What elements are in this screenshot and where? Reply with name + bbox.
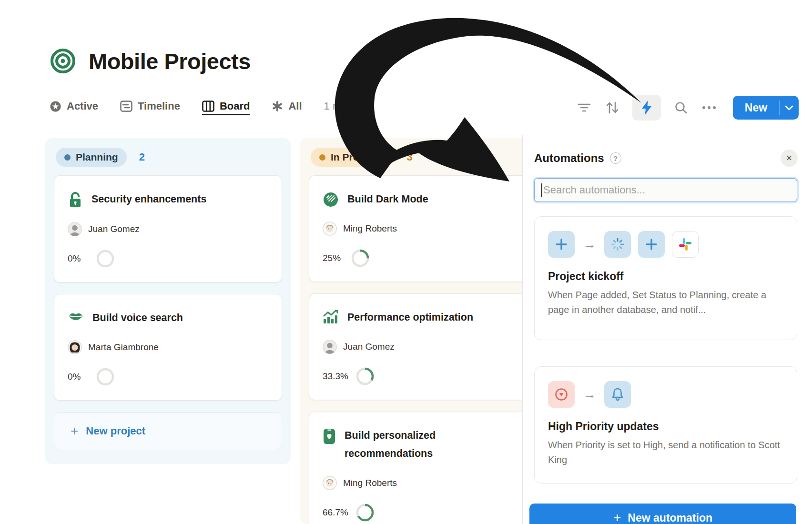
progress-ring (96, 250, 114, 268)
lips-icon (68, 310, 84, 322)
progress-percent: 0% (68, 253, 89, 264)
assignee-row: Ming Roberts (323, 222, 524, 236)
status-dot (64, 154, 71, 161)
progress-percent: 25% (323, 253, 344, 263)
project-card[interactable]: Build voice search Marta Giambrone 0% (54, 294, 282, 401)
automations-search-input[interactable] (534, 178, 797, 202)
plus-icon (548, 231, 575, 258)
assignee-name: Juan Gomez (343, 342, 395, 352)
timeline-icon (120, 101, 132, 112)
progress-row: 0% (68, 368, 268, 386)
assignee-row: Juan Gomez (68, 222, 268, 236)
automation-icons: → (548, 381, 783, 408)
lock-icon (68, 191, 83, 209)
text-caret (541, 183, 542, 197)
search-icon (674, 101, 688, 114)
search-button[interactable] (673, 100, 689, 116)
tab-all[interactable]: All (272, 100, 302, 115)
assignee-name: Marta Giambrone (88, 342, 159, 353)
automations-button[interactable] (632, 95, 661, 121)
tab-label: 1 more... (324, 100, 365, 112)
status-badge-in-progress[interactable]: In Progress (311, 148, 395, 167)
ellipsis-icon (702, 106, 716, 110)
help-icon[interactable]: ? (610, 152, 621, 164)
toolbar: New (576, 94, 799, 121)
priority-icon (548, 381, 575, 408)
status-badge-planning[interactable]: Planning (56, 148, 127, 167)
automation-card[interactable]: → High Priority updates When Priority is… (534, 366, 797, 484)
tab-label: Active (67, 100, 98, 112)
progress-percent: 0% (68, 372, 89, 382)
column-count: 2 (139, 151, 145, 163)
column-header: Planning 2 (54, 147, 282, 168)
avatar (323, 340, 337, 354)
status-label: Planning (76, 151, 118, 163)
card-title: Security enhancements (91, 190, 206, 208)
automation-title: Project kickoff (548, 270, 783, 283)
filter-icon (578, 102, 591, 113)
assignee-name: Ming Roberts (343, 478, 397, 488)
column-header: In Progress 3 (309, 147, 538, 168)
column-count: 3 (407, 151, 413, 163)
new-project-label: New project (86, 425, 145, 437)
project-card[interactable]: Build Dark Mode Ming Roberts 25% (309, 175, 538, 282)
slack-icon (672, 231, 699, 258)
tab-active[interactable]: Active (50, 100, 98, 115)
tab-timeline[interactable]: Timeline (120, 100, 180, 115)
filter-button[interactable] (576, 100, 592, 116)
assignee-row: Ming Roberts (323, 476, 524, 490)
lightning-bolt-icon (640, 100, 653, 115)
card-title: Build Dark Mode (347, 190, 428, 208)
card-title: Build voice search (92, 309, 183, 327)
page-header: Mobile Projects (50, 48, 251, 74)
automation-description: When Priority is set to High, send a not… (548, 438, 783, 467)
board-icon (202, 101, 214, 112)
tab-label: All (288, 100, 302, 112)
assignee-row: Juan Gomez (323, 340, 524, 354)
assignee-row: Marta Giambrone (68, 340, 268, 354)
new-project-button[interactable]: + New project (54, 412, 282, 450)
progress-percent: 33.3% (323, 371, 348, 382)
page-title: Mobile Projects (89, 48, 251, 74)
chevron-down-icon[interactable] (780, 105, 799, 111)
progress-row: 0% (68, 250, 268, 268)
panel-title: Automations (534, 151, 604, 165)
sort-arrows-icon (605, 101, 619, 114)
chart-icon (323, 310, 339, 325)
arrow-right-icon: → (582, 238, 597, 251)
new-button[interactable]: New (733, 96, 799, 120)
sort-button[interactable] (604, 100, 620, 116)
progress-row: 33.3% (323, 367, 524, 385)
close-icon[interactable]: × (781, 150, 798, 167)
arrow-right-icon: → (582, 388, 597, 401)
automation-description: When Page added, Set Status to Planning,… (548, 288, 783, 317)
progress-percent: 66.7% (323, 507, 348, 518)
status-dot (319, 154, 325, 161)
phone-heart-icon (323, 428, 336, 445)
app-window: Mobile Projects Active Timeline B (0, 0, 812, 524)
progress-ring (356, 367, 374, 385)
tab-more[interactable]: 1 more... (324, 100, 365, 115)
project-card[interactable]: Build personalized recommendations Ming … (309, 412, 538, 524)
new-automation-label: New automation (628, 512, 712, 524)
progress-row: 25% (323, 249, 524, 267)
progress-ring (356, 504, 374, 522)
new-button-label: New (733, 101, 779, 114)
automation-card[interactable]: → (534, 216, 797, 340)
assignee-name: Ming Roberts (343, 223, 397, 234)
tab-board[interactable]: Board (202, 100, 250, 115)
view-tabs: Active Timeline Board (50, 94, 365, 121)
bullseye-page-icon (50, 48, 76, 74)
project-card[interactable]: Performance optimization Juan Gomez 33.3… (309, 293, 538, 400)
new-automation-button[interactable]: + New automation (529, 504, 796, 524)
asterisk-icon (272, 101, 283, 112)
bell-icon (604, 381, 631, 408)
project-card[interactable]: Security enhancements Juan Gomez 0% (54, 175, 282, 282)
more-options-button[interactable] (701, 100, 717, 116)
tab-label: Timeline (138, 100, 180, 112)
column-in-progress: In Progress 3 Build Dark Mode (300, 138, 547, 524)
status-label: In Progress (331, 151, 386, 163)
column-planning: Planning 2 Security enhancements Juan (45, 138, 291, 464)
star-circle-icon (50, 101, 61, 112)
automation-icons: → (548, 231, 783, 258)
